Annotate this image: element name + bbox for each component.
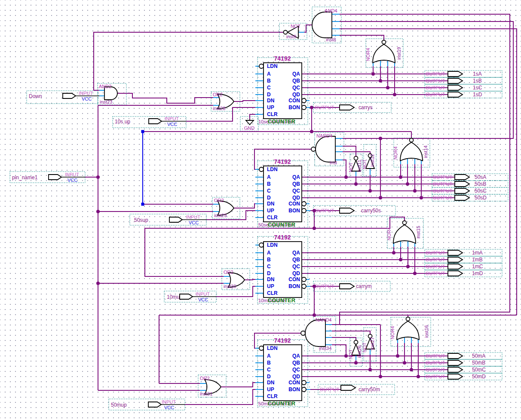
output-pin-50sD[interactable]: OUTPUT 50sD [433,195,487,201]
gate-instance-label: inst9 [286,34,296,39]
input-pin-pin_name1[interactable]: pin_name1 INPUT VCC [12,172,79,183]
output-pin-1sA[interactable]: OUTPUT 1sA [426,71,482,77]
output-pin-50sC[interactable]: OUTPUT 50sC [433,188,487,194]
nor4-gate-icon[interactable] [393,225,416,243]
gate-instance-label: inst29 [214,213,227,218]
output-pin-icon[interactable] [448,257,463,262]
input-pin-icon[interactable] [49,175,61,180]
counter-10mincounter[interactable]: 74192 LDN A B C D DN UP CLR QA QB QC QD … [258,234,306,304]
output-pin-carrys[interactable]: OUTPUT carrys [315,104,373,110]
pin-label: BON [288,283,300,289]
output-pin-icon[interactable] [340,284,354,289]
output-pin-icon[interactable] [448,353,463,359]
gate-not-inst9[interactable]: NOT inst9 [284,24,301,39]
port-type-label: INPUT [196,291,210,297]
pin-label: QC [292,85,300,91]
gate-instance-label: inst19 [396,47,401,59]
gate-or2-inst29[interactable]: OR2 inst29 [214,198,234,218]
nor4-gate-icon[interactable] [400,142,423,161]
output-pin-1mD[interactable]: OUTPUT 1mD [426,270,483,276]
port-type-label: OUTPUT [320,387,340,392]
output-pin-1sD[interactable]: OUTPUT 1sD [426,92,482,98]
pin-name: 50mB [472,360,485,366]
output-pin-50sB[interactable]: OUTPUT 50sB [433,181,486,187]
nand4-gate-icon[interactable] [305,320,325,346]
gate-nor4-inst16[interactable]: NOR4 inst16 [390,317,429,340]
schematic-canvas[interactable]: 74192 LDN A B C D DN UP CLR QA QB QC QD … [0,0,521,420]
gate-or2-inst30[interactable]: OR2 inst30 [224,270,245,289]
output-pin-icon[interactable] [455,175,469,180]
gnd-symbol[interactable]: GND [244,119,255,131]
output-pin-icon[interactable] [448,360,463,365]
pin-label: CLR [267,111,278,117]
output-pin-icon[interactable] [448,71,463,77]
gnd-icon[interactable] [246,120,254,125]
input-pin-10sup[interactable]: 10s up INPUT VCC [115,116,179,127]
input-pin-icon[interactable] [180,294,193,299]
selection-handle[interactable] [141,203,144,206]
gate-type-label: NOT [348,162,353,172]
output-pin-carrym[interactable]: OUTPUT carrym [315,283,372,289]
input-pin-50sup[interactable]: 50sup INPUT VCC [134,215,200,225]
output-pin-carry50m[interactable]: OUTPUT carry50m [320,385,380,392]
input-pin-icon[interactable] [169,217,182,222]
gate-nor4-inst19[interactable]: NOR4 inst19 [365,40,401,63]
nor4-gate-icon[interactable] [397,321,419,340]
counter-10secondcounter[interactable]: 74192 LDN A B C D DN UP CLR QA QB QC QD … [258,55,306,125]
nand4-gate-icon[interactable] [316,136,335,162]
output-pin-icon[interactable] [448,271,463,276]
gate-or2-inst31[interactable]: OR2 inst31 [200,376,221,396]
output-pin-50sA[interactable]: OUTPUT 50sA [433,174,486,180]
output-pin-1mA[interactable]: OUTPUT 1mA [426,250,483,256]
output-pin-1mB[interactable]: OUTPUT 1mB [426,257,483,263]
output-pin-carry50s[interactable]: OUTPUT carry50s [315,208,381,214]
output-pin-icon[interactable] [448,85,463,90]
output-pin-icon[interactable] [340,105,354,110]
port-type-label: OUTPUT [426,71,445,77]
gate-nor4-inst14[interactable]: NOR4 inst14 [393,138,428,161]
gate-nand4-inst34[interactable]: NAND4 inst34 [301,317,331,351]
input-pin-icon[interactable] [63,93,76,98]
counter-50secondcounter[interactable]: 74192 LDN A B C D DN UP CLR QA QB QC QD … [258,158,306,228]
gate-and4-inst8[interactable]: AND4 inst8 [312,8,337,42]
gate-or2-inst28[interactable]: OR2 inst28 [213,92,234,111]
nor4-gate-icon[interactable] [373,44,395,63]
output-pin-icon[interactable] [448,92,463,97]
gate-type-label: NOT [362,159,367,169]
output-pin-icon[interactable] [448,367,463,372]
output-pin-icon[interactable] [448,78,463,83]
output-pin-1sC[interactable]: OUTPUT 1sC [426,85,482,91]
counter-type-label: COUNTER [268,400,296,407]
invert-bubble-icon [354,156,358,160]
output-pin-icon[interactable] [448,264,463,269]
output-pin-icon[interactable] [448,374,463,379]
gate-nand4-inst[interactable]: NAND4 inst [311,133,337,165]
output-pin-icon[interactable] [455,195,469,200]
selection-handle[interactable] [141,130,144,133]
output-pin-icon[interactable] [455,188,469,193]
output-pin-icon[interactable] [448,250,463,255]
gate-nor4-inst15[interactable]: NOR4 inst15 [386,221,421,244]
input-pin-10mup[interactable]: 10mup INPUT VCC [167,291,210,302]
gate-not-inst12[interactable]: NOT inst12 [362,154,375,169]
pin-label: A [267,174,271,180]
output-pin-icon[interactable] [341,385,356,390]
output-pin-50mA[interactable]: OUTPUT 50mA [426,353,485,359]
port-type-label: OUTPUT [426,271,445,276]
selected-wire[interactable] [141,130,144,206]
input-pin-icon[interactable] [149,119,162,124]
output-pin-50mC[interactable]: OUTPUT 50mC [426,367,486,373]
and4-gate-icon[interactable] [312,12,332,38]
gate-not-inst11[interactable]: NOT inst11 [348,156,362,172]
output-pin-1sB[interactable]: OUTPUT 1sB [426,78,482,84]
input-pin-50mup[interactable]: 50mup INPUT VCC [111,399,176,410]
output-pin-1mC[interactable]: OUTPUT 1mC [426,264,483,270]
output-pin-icon[interactable] [340,208,354,213]
output-pin-50mB[interactable]: OUTPUT 50mB [426,360,485,366]
input-pin-icon[interactable] [148,402,161,407]
gate-and2-inst23[interactable]: AND2 inst23 [99,84,117,104]
input-pin-down[interactable]: Down INPUT VCC [29,91,93,101]
counter-50mincounter[interactable]: 74192 LDN A B C D DN UP CLR QA QB QC QD … [258,337,306,407]
output-pin-50mD[interactable]: OUTPUT 50mD [426,374,486,380]
output-pin-icon[interactable] [455,181,469,187]
